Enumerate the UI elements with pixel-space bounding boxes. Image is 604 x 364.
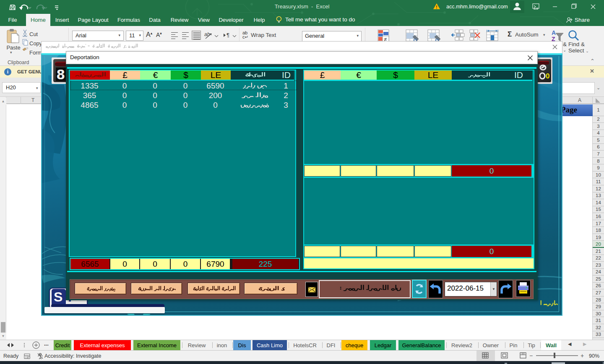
svg-text:ab: ab xyxy=(204,31,210,37)
svg-text:¶: ¶ xyxy=(226,32,229,38)
